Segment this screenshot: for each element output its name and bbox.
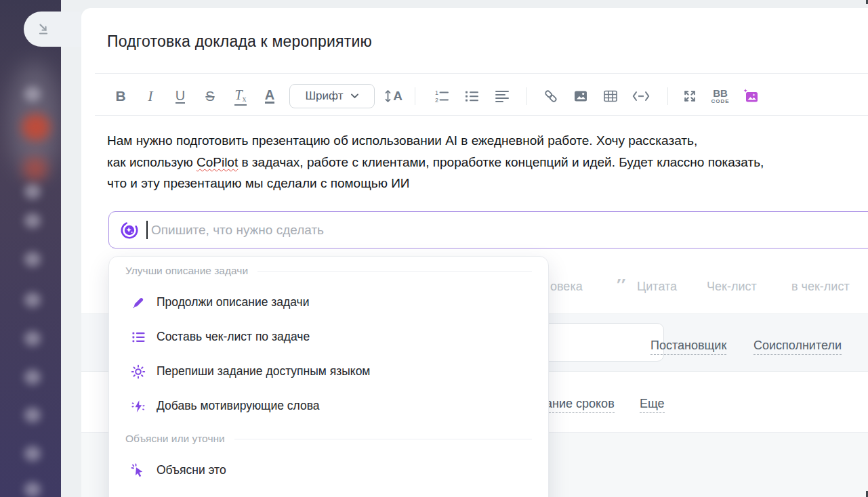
strikethrough-button[interactable]: S	[202, 84, 218, 108]
sidebar-menu-blob	[24, 293, 41, 307]
sidebar-menu-blob	[24, 408, 41, 423]
sidebar-collapse-button[interactable]	[24, 12, 81, 47]
sidebar-notification-blob	[22, 114, 50, 141]
quote-icon: ”	[615, 279, 632, 294]
bold-button[interactable]: B	[113, 84, 128, 108]
toolbar-separator	[415, 87, 415, 105]
link-icon	[543, 89, 558, 104]
checklist-icon	[131, 330, 146, 345]
svg-text:”: ”	[615, 279, 627, 294]
ai-image-icon	[741, 88, 760, 104]
app-window: Подготовка доклада к мероприятию B I U S…	[0, 0, 868, 497]
sidebar-menu-blob	[24, 87, 41, 102]
table-button[interactable]	[602, 84, 619, 108]
menu-item-rewrite-simple[interactable]: Перепиши задание доступным языком	[109, 354, 548, 389]
link-button[interactable]	[543, 84, 559, 108]
align-button[interactable]	[494, 84, 510, 108]
font-size-button[interactable]: A	[382, 84, 405, 108]
copilot-prompt-field[interactable]	[108, 211, 868, 248]
menu-item-explain-this[interactable]: Объясни это	[109, 453, 548, 488]
font-family-select[interactable]: Шрифт	[289, 84, 375, 108]
up-down-arrow-icon	[385, 89, 391, 104]
toolbar-separator	[667, 87, 668, 105]
task-card: Подготовка доклада к мероприятию B I U S…	[81, 8, 868, 497]
menu-item-make-checklist[interactable]: Составь чек-лист по задаче	[109, 320, 548, 354]
toolbar-separator	[526, 87, 527, 105]
menu-section-header: Улучши описание задачи	[109, 262, 548, 280]
expand-icon	[682, 89, 697, 104]
image-button[interactable]	[573, 84, 589, 108]
menu-item-add-motivation[interactable]: Добавь мотивирующие слова	[109, 389, 548, 423]
more-link[interactable]: Еще	[640, 397, 665, 413]
task-description[interactable]: Нам нужно подготовить презентацию об исп…	[107, 130, 859, 194]
menu-section-header: Объясни или уточни	[109, 430, 548, 448]
code-icon	[632, 90, 650, 102]
sidebar-menu-blob	[24, 252, 41, 267]
left-sidebar	[0, 0, 61, 497]
italic-button[interactable]: I	[144, 84, 157, 108]
copilot-suggestions-menu: Улучши описание задачи Продолжи описание…	[108, 256, 549, 497]
divider	[95, 73, 868, 74]
task-title[interactable]: Подготовка доклада к мероприятию	[107, 33, 372, 51]
bolt-icon	[131, 399, 146, 414]
assigner-link[interactable]: Постановщик	[650, 339, 726, 355]
align-left-icon	[495, 89, 510, 104]
header-rule	[257, 271, 532, 272]
collapse-arrow-icon	[37, 22, 51, 36]
numbered-list-button[interactable]: 12	[434, 84, 450, 108]
description-line: Нам нужно подготовить презентацию об исп…	[107, 130, 859, 152]
numbered-list-icon: 12	[434, 89, 449, 104]
checklist-button[interactable]: Чек-лист	[707, 276, 757, 297]
underline-button[interactable]: U	[172, 84, 188, 108]
header-rule	[234, 439, 532, 439]
image-icon	[573, 89, 588, 104]
svg-text:1: 1	[435, 89, 438, 96]
description-line: что и эту презентацию мы сделали с помощ…	[107, 173, 859, 194]
sidebar-notification-blob	[23, 157, 47, 180]
sidebar-menu-blob	[24, 184, 41, 199]
quote-button[interactable]: ” Цитата	[615, 276, 677, 297]
description-line: как использую CoPilot в задачах, работе …	[107, 152, 859, 173]
bullet-list-button[interactable]	[463, 84, 480, 108]
table-icon	[603, 89, 618, 104]
bbcode-button[interactable]: BB CODE	[710, 84, 730, 108]
coexecutors-link[interactable]: Соисполнители	[753, 339, 842, 355]
to-checklist-button[interactable]: в чек-лист	[791, 276, 850, 297]
sidebar-menu-blob	[24, 370, 41, 385]
code-button[interactable]	[632, 84, 650, 108]
deadline-planning-link[interactable]: ание сроков	[545, 397, 615, 413]
sidebar-menu-blob	[24, 213, 41, 228]
divider	[95, 115, 868, 116]
sidebar-menu-blob	[24, 482, 41, 497]
clear-format-button[interactable]: Tx	[231, 84, 250, 108]
bullet-list-icon	[464, 89, 479, 104]
ai-image-button[interactable]	[740, 84, 760, 108]
sun-icon	[131, 364, 146, 379]
text-cursor	[146, 221, 148, 239]
expand-button[interactable]	[682, 84, 698, 108]
text-color-button[interactable]: A	[262, 84, 278, 108]
spellcheck-word: CoPilot	[197, 155, 238, 169]
sidebar-menu-blob	[24, 446, 41, 461]
copilot-prompt-input[interactable]	[150, 222, 868, 238]
pen-icon	[131, 295, 146, 310]
menu-item-continue-description[interactable]: Продолжи описание задачи	[109, 285, 548, 320]
copilot-icon	[120, 221, 139, 240]
sidebar-menu-blob	[24, 331, 41, 346]
mention-button[interactable]: овека	[550, 276, 583, 297]
cursor-icon	[131, 463, 146, 478]
chevron-down-icon	[351, 93, 358, 99]
svg-text:2: 2	[435, 97, 438, 104]
